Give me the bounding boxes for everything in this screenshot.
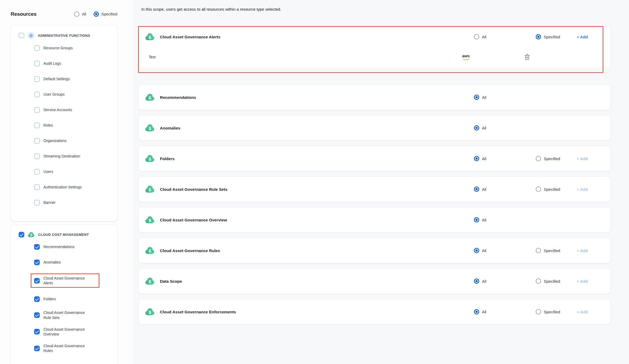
sidebar-item-anomalies[interactable]: Anomalies (34, 258, 117, 266)
all-radio[interactable]: All (474, 95, 486, 100)
add-button[interactable]: + Add (577, 279, 588, 284)
sidebar-item-audit-logs[interactable]: Audit Logs (34, 59, 117, 68)
sidebar-item-user-groups[interactable]: User Groups (34, 90, 117, 99)
specified-radio[interactable]: Specified (536, 34, 560, 39)
checkbox-checked-icon[interactable] (34, 329, 40, 334)
cloud-dollar-icon: $ (145, 216, 155, 224)
all-radio[interactable]: All (474, 125, 486, 131)
cloud-cost-management-card: $ CLOUD COST MANAGEMENT Recommendations … (11, 225, 117, 364)
svg-text:$: $ (30, 233, 32, 237)
radio-selected-icon[interactable] (474, 309, 479, 314)
svg-text:$: $ (148, 279, 151, 284)
radio-selected-icon[interactable] (536, 34, 541, 39)
sidebar-item-users[interactable]: Users (34, 167, 117, 176)
radio-unselected-icon[interactable] (474, 34, 479, 39)
sidebar-item-folders[interactable]: Folders (34, 295, 117, 303)
specified-radio[interactable]: Specified (536, 278, 560, 284)
svg-text:$: $ (148, 218, 151, 223)
resources-specified-radio[interactable]: Specified (94, 11, 117, 17)
svg-text:$: $ (148, 310, 151, 315)
sidebar-item-banner[interactable]: Banner (34, 198, 117, 207)
checkbox-unchecked-icon[interactable] (34, 61, 40, 66)
sidebar-item-recommendations[interactable]: Recommendations (34, 242, 117, 251)
sidebar-item-authentication-settings[interactable]: Authentication Settings (34, 183, 117, 191)
radio-selected-icon[interactable] (474, 278, 479, 284)
checkbox-checked-icon[interactable] (19, 232, 24, 237)
sidebar-item-default-settings[interactable]: Default Settings (34, 75, 117, 83)
cloud-dollar-icon: $ (145, 124, 155, 132)
sidebar-item-streaming-destination[interactable]: Streaming Destination (34, 152, 117, 160)
svg-text:$: $ (148, 157, 151, 161)
sidebar-item-cloud-asset-governance-rules[interactable]: Cloud Asset Governance Rules (34, 343, 117, 353)
checkbox-checked-icon[interactable] (34, 312, 40, 318)
checkbox-checked-icon[interactable] (34, 278, 40, 284)
resource-rows: $ Cloud Asset Governance Alerts All Spec… (139, 27, 610, 330)
sidebar-item-service-accounts[interactable]: Service Accounts (34, 106, 117, 114)
checkbox-unchecked-icon[interactable] (34, 76, 40, 82)
checkbox-checked-icon[interactable] (34, 296, 40, 302)
resources-title: Resources (11, 11, 37, 17)
checkbox-unchecked-icon[interactable] (34, 153, 40, 159)
checkbox-unchecked-icon[interactable] (34, 107, 40, 113)
sidebar-item-roles[interactable]: Roles (34, 121, 117, 130)
resources-all-radio[interactable]: All (74, 11, 86, 17)
add-button[interactable]: + Add (577, 248, 588, 253)
all-radio[interactable]: All (474, 248, 486, 253)
row-header: $ Cloud Asset Governance Alerts All Spec… (139, 27, 610, 47)
specified-radio[interactable]: Specified (536, 187, 560, 192)
radio-selected-icon[interactable] (474, 156, 479, 161)
add-button[interactable]: + Add (577, 187, 588, 192)
checkbox-unchecked-icon[interactable] (34, 123, 40, 128)
cloud-dollar-icon: $ (145, 185, 155, 193)
checkbox-unchecked-icon[interactable] (19, 33, 24, 38)
all-radio[interactable]: All (474, 187, 486, 192)
cloud-dollar-icon: $ (145, 277, 155, 285)
radio-selected-icon[interactable] (474, 248, 479, 253)
add-button[interactable]: + Add (577, 310, 588, 314)
checkbox-unchecked-icon[interactable] (34, 45, 40, 51)
all-radio[interactable]: All (474, 34, 486, 39)
radio-unselected-icon[interactable] (536, 309, 541, 314)
add-button[interactable]: + Add (577, 35, 588, 39)
specified-radio[interactable]: Specified (536, 248, 560, 253)
cloud-dollar-icon: $ (28, 232, 35, 238)
checkbox-unchecked-icon[interactable] (34, 169, 40, 175)
svg-text:$: $ (148, 249, 151, 253)
radio-unselected-icon[interactable] (74, 11, 79, 17)
all-radio[interactable]: All (474, 217, 486, 223)
radio-selected-icon[interactable] (474, 187, 479, 192)
all-radio[interactable]: All (474, 278, 486, 284)
svg-text:$: $ (148, 187, 151, 192)
resource-type-title: Cloud Asset Governance Alerts (160, 35, 220, 39)
sidebar-item-cloud-asset-governance-overview[interactable]: Cloud Asset Governance Overview (34, 327, 117, 337)
radio-selected-icon[interactable] (94, 11, 99, 17)
resources-header: Resources All Specified (11, 11, 117, 17)
specified-radio[interactable]: Specified (536, 309, 560, 314)
checkbox-unchecked-icon[interactable] (34, 200, 40, 205)
radio-selected-icon[interactable] (474, 217, 479, 223)
sidebar-item-cloud-asset-governance-rule-sets[interactable]: Cloud Asset Governance Rule Sets (34, 310, 117, 320)
cloud-dollar-icon: $ (145, 246, 155, 255)
checkbox-checked-icon[interactable] (34, 346, 40, 351)
radio-selected-icon[interactable] (474, 95, 479, 100)
checkbox-checked-icon[interactable] (34, 260, 40, 265)
resource-row-anomalies: $ Anomalies All (139, 115, 610, 140)
radio-unselected-icon[interactable] (536, 156, 541, 161)
sidebar-item-resource-groups[interactable]: Resource Groups (34, 44, 117, 52)
specified-radio[interactable]: Specified (536, 156, 560, 161)
all-radio[interactable]: All (474, 156, 486, 161)
trash-icon[interactable] (524, 54, 530, 60)
sidebar-item-cloud-asset-governance-alerts[interactable]: Cloud Asset Governance Alerts (31, 273, 99, 288)
checkbox-unchecked-icon[interactable] (34, 138, 40, 144)
radio-unselected-icon[interactable] (536, 187, 541, 192)
checkbox-unchecked-icon[interactable] (34, 184, 40, 190)
sidebar-item-organizations[interactable]: Organizations (34, 136, 117, 145)
add-button[interactable]: + Add (577, 156, 588, 161)
checkbox-checked-icon[interactable] (34, 244, 40, 250)
all-radio[interactable]: All (474, 309, 486, 314)
radio-unselected-icon[interactable] (536, 248, 541, 253)
gear-icon: ⚙ (28, 32, 34, 39)
radio-selected-icon[interactable] (474, 125, 479, 131)
checkbox-unchecked-icon[interactable] (34, 92, 40, 97)
radio-unselected-icon[interactable] (536, 278, 541, 284)
